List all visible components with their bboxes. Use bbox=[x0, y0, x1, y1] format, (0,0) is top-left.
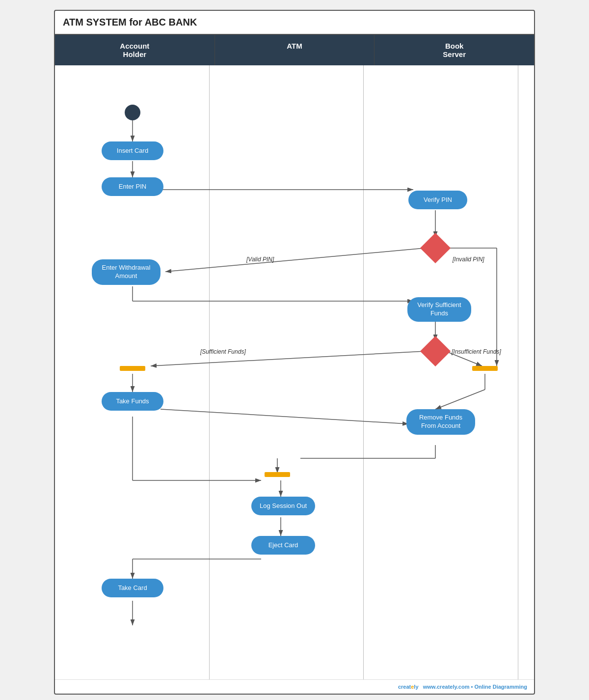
log-session-out-node: Log Session Out bbox=[251, 497, 315, 515]
insert-card-node: Insert Card bbox=[102, 141, 163, 160]
enter-withdrawal-node: Enter Withdrawal Amount bbox=[92, 259, 161, 285]
swimlane-header: AccountHolder ATM BookServer bbox=[55, 35, 534, 65]
remove-funds-node: Remove Funds From Account bbox=[406, 409, 475, 435]
swimlane-body: Insert Card Enter PIN Enter Withdrawal A… bbox=[55, 65, 534, 679]
enter-pin-node: Enter PIN bbox=[102, 177, 163, 196]
invalid-pin-label: [Invalid PIN] bbox=[453, 256, 484, 263]
insufficient-funds-label: [Insufficient Funds] bbox=[452, 348, 501, 355]
footer: creately www.creately.com • Online Diagr… bbox=[55, 679, 534, 694]
start-node bbox=[125, 105, 140, 120]
sync-bar-right bbox=[472, 366, 498, 371]
verify-pin-node: Verify PIN bbox=[408, 191, 467, 209]
eject-card-node: Eject Card bbox=[251, 536, 315, 555]
lane-header-atm: ATM bbox=[215, 35, 375, 65]
sufficient-funds-label: [Sufficient Funds] bbox=[200, 348, 246, 355]
tagline: www.creately.com • Online Diagramming bbox=[423, 684, 527, 690]
brand-name: creately bbox=[398, 684, 419, 690]
lane-book-server bbox=[364, 65, 518, 679]
take-funds-node: Take Funds bbox=[102, 392, 163, 411]
diagram-container: ATM SYSTEM for ABC BANK AccountHolder AT… bbox=[54, 10, 535, 695]
take-card-node: Take Card bbox=[102, 579, 163, 597]
sync-bar-left bbox=[120, 366, 145, 371]
lane-atm bbox=[210, 65, 364, 679]
lane-header-book-server: BookServer bbox=[375, 35, 534, 65]
diagram-title: ATM SYSTEM for ABC BANK bbox=[55, 11, 534, 35]
sync-bar-atm bbox=[265, 472, 290, 477]
verify-sufficient-funds-node: Verify Sufficient Funds bbox=[407, 297, 471, 322]
valid-pin-label: [Valid PIN] bbox=[246, 256, 274, 263]
lane-header-account-holder: AccountHolder bbox=[55, 35, 215, 65]
